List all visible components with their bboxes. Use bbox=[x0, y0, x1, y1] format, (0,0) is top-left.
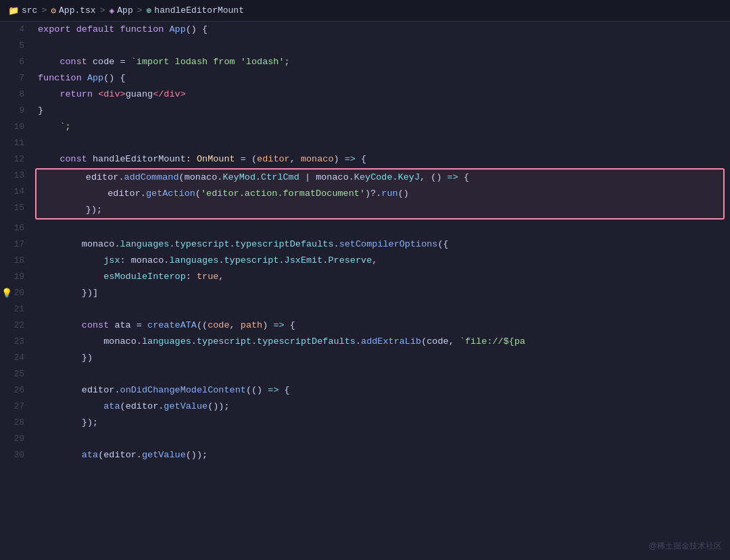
table-row: 6 const code = `import lodash from 'loda… bbox=[0, 54, 730, 70]
line-content: editor.getAction('editor.action.formatDo… bbox=[36, 186, 723, 202]
table-row: 16 bbox=[0, 220, 730, 236]
line-number: 28 bbox=[0, 415, 35, 431]
line-number: 4 bbox=[0, 22, 35, 38]
lightbulb-icon[interactable]: 💡 bbox=[1, 288, 12, 299]
line-content: }); bbox=[35, 415, 730, 431]
file-tsx-icon: ⚙ bbox=[51, 5, 56, 16]
line-content: }); bbox=[36, 202, 723, 218]
table-row: 10 `; bbox=[0, 119, 730, 135]
line-number: 6 bbox=[0, 54, 35, 70]
line-number: 22 bbox=[0, 317, 35, 334]
folder-icon: 📁 bbox=[8, 5, 19, 16]
table-row: 22 const ata = createATA((code, path) =>… bbox=[0, 317, 730, 334]
breadcrumb: 📁 src > ⚙ App.tsx > ◈ App > ⊕ handleEdit… bbox=[0, 0, 730, 22]
line-number: 27 bbox=[0, 399, 35, 415]
line-number: 17 bbox=[0, 236, 35, 253]
line-content: editor.onDidChangeModelContent(() => { bbox=[35, 382, 730, 399]
line-content: monaco.languages.typescript.typescriptDe… bbox=[35, 236, 730, 253]
line-number: 13 bbox=[0, 168, 35, 184]
line-number: 10 bbox=[0, 119, 35, 135]
breadcrumb-src[interactable]: 📁 src bbox=[8, 5, 37, 16]
table-row: 21 bbox=[0, 301, 730, 317]
table-row: 26 editor.onDidChangeModelContent(() => … bbox=[0, 382, 730, 399]
watermark: @稀土掘金技术社区 bbox=[649, 540, 722, 552]
line-content: monaco.languages.typescript.typescriptDe… bbox=[35, 334, 730, 350]
line-content: const code = `import lodash from 'lodash… bbox=[35, 54, 730, 70]
table-row: 5 bbox=[0, 38, 730, 54]
line-content: ata(editor.getValue()); bbox=[35, 399, 730, 415]
line-number: 30 bbox=[0, 447, 35, 463]
line-number: 12 bbox=[0, 151, 35, 168]
table-row: 24 }) bbox=[0, 350, 730, 366]
table-row: 4export default function App() { bbox=[0, 22, 730, 38]
breadcrumb-component[interactable]: ◈ App bbox=[109, 5, 132, 16]
line-number: 8 bbox=[0, 86, 35, 103]
line-content: export default function App() { bbox=[35, 22, 730, 38]
highlighted-code-block: 131415 editor.addCommand(monaco.KeyMod.C… bbox=[0, 168, 730, 220]
line-number: 26 bbox=[0, 382, 35, 399]
line-number: 15 bbox=[0, 200, 35, 216]
breadcrumb-file[interactable]: ⚙ App.tsx bbox=[51, 5, 95, 16]
line-content: })] bbox=[35, 285, 730, 301]
line-content: esModuleInterop: true, bbox=[35, 269, 730, 285]
table-row: 20💡 })] bbox=[0, 285, 730, 301]
breadcrumb-sep-1: > bbox=[41, 5, 47, 16]
line-content bbox=[35, 135, 730, 151]
component-icon: ◈ bbox=[109, 5, 114, 16]
breadcrumb-function[interactable]: ⊕ handleEditorMount bbox=[147, 5, 244, 16]
line-content bbox=[35, 366, 730, 382]
function-icon: ⊕ bbox=[147, 5, 152, 16]
table-row: 19 esModuleInterop: true, bbox=[0, 269, 730, 285]
table-row: 18 jsx: monaco.languages.typescript.JsxE… bbox=[0, 253, 730, 269]
line-content: return <div>guang</div> bbox=[35, 86, 730, 103]
line-content bbox=[35, 220, 730, 236]
table-row: 9} bbox=[0, 103, 730, 119]
line-content bbox=[35, 38, 730, 54]
table-row: 12 const handleEditorMount: OnMount = (e… bbox=[0, 151, 730, 168]
line-content: function App() { bbox=[35, 70, 730, 86]
line-number: 14 bbox=[0, 184, 35, 200]
line-content: `; bbox=[35, 119, 730, 135]
line-content: ata(editor.getValue()); bbox=[35, 447, 730, 463]
line-number: 25 bbox=[0, 366, 35, 382]
line-number: 11 bbox=[0, 135, 35, 151]
table-row: 11 bbox=[0, 135, 730, 151]
line-number: 23 bbox=[0, 334, 35, 350]
line-number: 21 bbox=[0, 301, 35, 317]
line-content: editor.addCommand(monaco.KeyMod.CtrlCmd … bbox=[36, 170, 723, 186]
table-row: 25 bbox=[0, 366, 730, 382]
line-content bbox=[35, 431, 730, 447]
table-row: 29 bbox=[0, 431, 730, 447]
line-content: }) bbox=[35, 350, 730, 366]
table-row: 17 monaco.languages.typescript.typescrip… bbox=[0, 236, 730, 253]
table-row: 8 return <div>guang</div> bbox=[0, 86, 730, 103]
line-content: const ata = createATA((code, path) => { bbox=[35, 317, 730, 334]
breadcrumb-sep-3: > bbox=[137, 5, 143, 16]
line-content bbox=[35, 301, 730, 317]
line-number: 29 bbox=[0, 431, 35, 447]
line-number: 19 bbox=[0, 269, 35, 285]
line-content: jsx: monaco.languages.typescript.JsxEmit… bbox=[35, 253, 730, 269]
table-row: 27 ata(editor.getValue()); bbox=[0, 399, 730, 415]
table-row: 28 }); bbox=[0, 415, 730, 431]
breadcrumb-sep-2: > bbox=[100, 5, 105, 16]
line-number: 24 bbox=[0, 350, 35, 366]
line-number: 16 bbox=[0, 220, 35, 236]
line-number: 9 bbox=[0, 103, 35, 119]
line-number: 5 bbox=[0, 38, 35, 54]
table-row: 7function App() { bbox=[0, 70, 730, 86]
code-editor: 4export default function App() {5 6 cons… bbox=[0, 22, 730, 560]
table-row: 23 monaco.languages.typescript.typescrip… bbox=[0, 334, 730, 350]
line-content: const handleEditorMount: OnMount = (edit… bbox=[35, 151, 730, 168]
line-number: 18 bbox=[0, 253, 35, 269]
table-row: 30 ata(editor.getValue()); bbox=[0, 447, 730, 463]
line-number: 7 bbox=[0, 70, 35, 86]
line-content: } bbox=[35, 103, 730, 119]
highlighted-block: editor.addCommand(monaco.KeyMod.CtrlCmd … bbox=[35, 168, 725, 220]
